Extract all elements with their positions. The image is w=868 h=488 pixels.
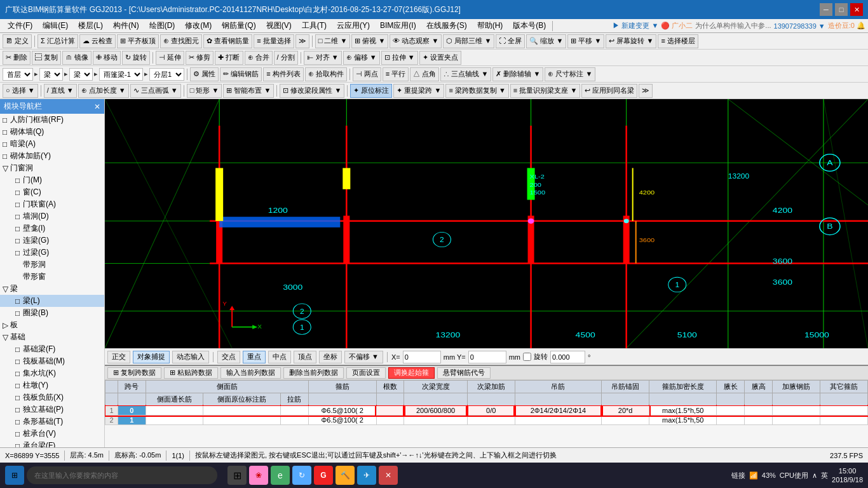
align-top-btn[interactable]: ⊞ 平齐板顶	[117, 34, 159, 48]
cell-jiayegj-2[interactable]	[772, 416, 820, 425]
cell-yegao-1[interactable]	[745, 406, 773, 416]
cell-genshu-2[interactable]	[376, 416, 404, 425]
cell-yechang-2[interactable]	[717, 416, 745, 425]
delete-btn[interactable]: ✂ 删除	[3, 51, 31, 65]
define-btn[interactable]: 🖹 定义	[3, 34, 32, 48]
taskbar-app-1[interactable]: ⊞	[227, 466, 247, 485]
zoom-btn[interactable]: 🔍 缩放 ▼	[526, 34, 566, 48]
menu-draw[interactable]: 绘图(D)	[144, 19, 180, 32]
cell-jiayegj-1[interactable]	[772, 406, 820, 416]
sidebar-item-pile-cap[interactable]: □ 桩承台(V)	[0, 428, 104, 440]
pick-comp-btn[interactable]: ⊕ 拾取构件	[305, 67, 347, 81]
cell-cijj-1[interactable]: 0/0	[467, 406, 515, 416]
three-point-btn[interactable]: ∴ 三点轴线 ▼	[440, 67, 491, 81]
sidebar-item-door-window[interactable]: □ 门联窗(A)	[0, 198, 104, 210]
cell-side-tong-1[interactable]	[146, 406, 203, 416]
y-input[interactable]	[468, 351, 506, 363]
taskbar-app-8[interactable]: ✕	[379, 466, 398, 485]
2d-btn[interactable]: □ 二维 ▼	[315, 34, 351, 48]
intersect-btn[interactable]: 交点	[217, 351, 240, 363]
rect-btn[interactable]: □ 矩形 ▼	[187, 84, 222, 98]
sidebar-grp-foundation[interactable]: ▽ 基础	[0, 331, 104, 343]
element-name-select[interactable]: 梁	[69, 68, 93, 81]
screen-rotate-btn[interactable]: ↩ 屏幕旋转 ▼	[606, 34, 656, 48]
in-place-label-btn[interactable]: ✦ 原位标注	[350, 84, 392, 98]
table-row[interactable]: 2 1 Φ6.5@100( 2	[105, 416, 868, 425]
apply-same-btn[interactable]: ↩ 应用到同名梁	[581, 84, 637, 98]
vertex-btn[interactable]: 顶点	[294, 351, 316, 363]
cell-kh-2[interactable]: 1	[118, 416, 146, 425]
sidebar-item-raft-neg[interactable]: □ 筏板负筋(X)	[0, 391, 104, 403]
dim-btn[interactable]: ⊕ 尺寸标注 ▼	[545, 67, 595, 81]
menu-tools[interactable]: 工具(T)	[297, 19, 332, 32]
taskbar-app-4[interactable]: ↻	[292, 466, 311, 485]
input-col-tab[interactable]: 输入当前列数据	[220, 367, 281, 379]
batch-identify-btn[interactable]: ≡ 批量识别梁支座 ▼	[510, 84, 580, 98]
rotate-input[interactable]	[550, 351, 585, 363]
top-view-btn[interactable]: ⊞ 俯视 ▼	[351, 34, 388, 48]
mirror-btn[interactable]: ⫙ 镜像	[62, 51, 92, 65]
sidebar-item-lintel[interactable]: □ 过梁(G)	[0, 247, 104, 259]
del-col-tab[interactable]: 删除当前列数据	[283, 367, 344, 379]
rotate-check[interactable]	[523, 353, 531, 361]
cell-side-yuwei-1[interactable]	[203, 406, 281, 416]
sidebar-close-icon[interactable]: ✕	[94, 102, 100, 111]
prop-btn[interactable]: ⚙ 属性	[190, 67, 219, 81]
break-btn[interactable]: ✚ 打断	[215, 51, 243, 65]
pan-btn[interactable]: ⊞ 平移 ▼	[567, 34, 604, 48]
cell-cijj-2[interactable]	[467, 416, 515, 425]
sidebar-item-masonry-rebar[interactable]: □ 砌体加筋(Y)	[0, 150, 104, 162]
cantilever-rebar-tab[interactable]: 悬臂钢筋代号	[437, 367, 491, 379]
page-setup-tab[interactable]: 页面设置	[346, 367, 386, 379]
split-btn[interactable]: / 分割	[274, 51, 298, 65]
cloud-check-btn[interactable]: ☁ 云检查	[79, 34, 116, 48]
gxiaer-btn[interactable]: 🔴 广小二	[661, 21, 693, 30]
sidebar-item-rfdoor[interactable]: □ 人防门框墙(RF)	[0, 114, 104, 126]
sidebar-item-isolated[interactable]: □ 独立基础(P)	[0, 403, 104, 416]
drawing-canvas[interactable]: 1200 3000 13200 4500 5100 15000 4200 360…	[105, 99, 868, 348]
smart-place-btn[interactable]: ⊞ 智能布置 ▼	[223, 84, 274, 98]
sidebar-item-cap-beam[interactable]: □ 承台梁(F)	[0, 440, 104, 447]
menu-modify[interactable]: 修改(M)	[180, 19, 217, 32]
copy-span-btn[interactable]: ≡ 梁跨数据复制 ▼	[445, 84, 508, 98]
sidebar-item-strip-hole[interactable]: 带形洞	[0, 259, 104, 271]
cell-genshu-1[interactable]	[376, 406, 404, 416]
arc-btn[interactable]: ∿ 三点画弧 ▼	[130, 84, 181, 98]
floor-level-select[interactable]: 分层1	[149, 68, 184, 81]
sidebar-item-sump[interactable]: □ 集水坑(K)	[0, 367, 104, 379]
floor-select[interactable]: 首层	[3, 68, 33, 81]
stretch-btn[interactable]: ⊡ 拉伸 ▼	[381, 51, 418, 65]
cell-kh-1[interactable]: 0	[118, 406, 146, 416]
offset-btn[interactable]: ⊕ 偏移 ▼	[343, 51, 380, 65]
start-btn[interactable]: ⊞	[5, 466, 24, 485]
dynamic-view-btn[interactable]: 👁 动态观察 ▼	[390, 34, 442, 48]
sidebar-item-door[interactable]: □ 门(M)	[0, 174, 104, 186]
view-rebar-btn[interactable]: ✿ 查看钢筋量	[203, 34, 252, 48]
batch-select-btn[interactable]: ≡ 批量选择	[254, 34, 294, 48]
sidebar-item-strip-found[interactable]: □ 条形基础(T)	[0, 416, 104, 428]
sidebar-grp-window-door[interactable]: ▽ 门窗洞	[0, 162, 104, 174]
comp-list-btn[interactable]: ≡ 构件列表	[263, 67, 303, 81]
extend-btn[interactable]: ⊣ 延伸	[156, 51, 184, 65]
move-btn[interactable]: ✙ 移动	[93, 51, 121, 65]
re-span-btn[interactable]: ✦ 重提梁跨 ▼	[393, 84, 444, 98]
cell-gujinjm-1[interactable]: max(1.5*h,50	[649, 406, 717, 416]
raincover-select[interactable]: 雨篷梁-1	[99, 68, 143, 81]
menu-file[interactable]: 文件(F)	[3, 19, 37, 32]
menu-cloud-app[interactable]: 云应用(Y)	[332, 19, 375, 32]
trim-btn[interactable]: ✂ 修剪	[186, 51, 214, 65]
sidebar-item-wall-hole[interactable]: □ 墙洞(D)	[0, 210, 104, 222]
cell-side-tong-2[interactable]	[146, 416, 203, 425]
menu-help[interactable]: 帮助(H)	[472, 19, 508, 32]
line-btn[interactable]: / 直线 ▼	[44, 84, 77, 98]
find-elem-btn[interactable]: ⊕ 查找图元	[160, 34, 202, 48]
cell-diaojin-2[interactable]	[515, 416, 602, 425]
close-btn[interactable]: ✕	[850, 3, 863, 16]
taskbar-app-2[interactable]: ❀	[249, 466, 268, 485]
x-input[interactable]	[403, 351, 441, 363]
partial-3d-btn[interactable]: ⬡ 局部三维 ▼	[443, 34, 494, 48]
sum-btn[interactable]: Σ 汇总计算	[37, 34, 78, 48]
sidebar-item-ring-beam[interactable]: □ 圈梁(B)	[0, 307, 104, 319]
rotate-btn[interactable]: ↻ 旋转	[122, 51, 150, 65]
two-point-btn[interactable]: ⊣ 两点	[353, 67, 381, 81]
